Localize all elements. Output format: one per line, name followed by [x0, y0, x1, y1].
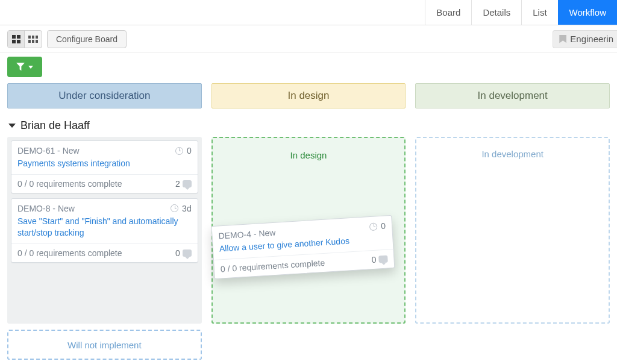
tab-workflow[interactable]: Workflow [558, 0, 617, 25]
column-in-design: In design DEMO-4 - New 0 Allow a user to… [211, 137, 406, 324]
chevron-down-icon [8, 124, 16, 128]
caret-down-icon [28, 66, 33, 69]
clock-icon [369, 222, 378, 231]
dropzone-label: Will not implement [67, 340, 142, 350]
card-time: 3d [182, 204, 192, 213]
card-id: DEMO-8 - New [17, 204, 167, 213]
dropzone-label: In design [290, 150, 327, 160]
comment-icon [183, 180, 192, 187]
column-in-development: In development [415, 137, 610, 324]
tab-list[interactable]: List [521, 0, 557, 25]
grid-2x2-icon [12, 35, 20, 43]
column-header-under-consideration[interactable]: Under consideration [7, 83, 202, 108]
card-demo-4-dragging[interactable]: DEMO-4 - New 0 Allow a user to give anot… [211, 215, 395, 279]
tab-details[interactable]: Details [471, 0, 521, 25]
tab-board[interactable]: Board [425, 0, 471, 25]
view-grid-2x2-button[interactable] [8, 31, 25, 48]
column-under-consideration: DEMO-61 - New 0 Payments systems integra… [7, 137, 202, 360]
card-time: 0 [380, 221, 386, 231]
dropzone-in-design[interactable]: In design DEMO-4 - New 0 Allow a user to… [211, 137, 406, 324]
card-demo-8[interactable]: DEMO-8 - New 3d Save "Start" and "Finish… [11, 198, 198, 263]
card-comment-count: 0 [371, 255, 377, 265]
bookmark-icon [559, 35, 566, 43]
swimlane-name: Brian de Haaff [20, 119, 90, 132]
dropzone-in-development[interactable]: In development [415, 137, 610, 324]
column-header-in-development[interactable]: In development [415, 83, 610, 108]
clock-icon [171, 204, 178, 212]
view-grid-3x2-button[interactable] [25, 31, 42, 48]
column-header-in-design[interactable]: In design [211, 83, 406, 108]
filter-button[interactable] [7, 57, 42, 77]
configure-board-button[interactable]: Configure Board [47, 30, 127, 48]
card-requirements: 0 / 0 requirements complete [17, 179, 175, 189]
clock-icon [175, 147, 183, 155]
card-title[interactable]: Save "Start" and "Finish" and automatica… [17, 216, 192, 239]
swimlane-toggle[interactable]: Brian de Haaff [0, 108, 617, 137]
card-time: 0 [187, 146, 192, 155]
card-id: DEMO-61 - New [17, 146, 172, 155]
engineering-tag[interactable]: Engineerin [553, 30, 617, 48]
comment-icon [183, 249, 192, 257]
engineering-tag-label: Engineerin [570, 34, 613, 44]
dropzone-will-not-implement[interactable]: Will not implement [7, 330, 202, 360]
view-toggle-group [7, 30, 42, 48]
card-requirements: 0 / 0 requirements complete [17, 248, 175, 258]
top-tabs: Board Details List Workflow [0, 0, 617, 25]
cards-zone-under[interactable]: DEMO-61 - New 0 Payments systems integra… [7, 137, 202, 324]
card-comment-count: 2 [175, 179, 180, 189]
comment-icon [378, 255, 388, 263]
column-headers: Under consideration In design In develop… [0, 83, 617, 108]
card-requirements: 0 / 0 requirements complete [220, 255, 372, 274]
card-demo-61[interactable]: DEMO-61 - New 0 Payments systems integra… [11, 140, 198, 193]
dropzone-label: In development [481, 149, 543, 159]
funnel-icon [16, 63, 25, 71]
card-comment-count: 0 [175, 248, 180, 258]
card-title[interactable]: Payments systems integration [17, 158, 192, 169]
grid-3x2-icon [28, 36, 38, 43]
toolbar: Configure Board Engineerin [0, 25, 617, 53]
filter-row [0, 53, 617, 83]
board: DEMO-61 - New 0 Payments systems integra… [0, 137, 617, 364]
